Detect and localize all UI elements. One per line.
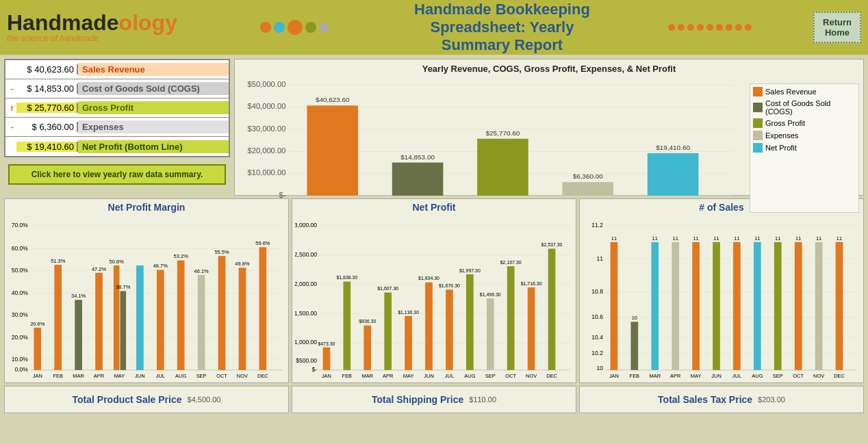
svg-rect-166 [836,242,843,370]
svg-text:11: 11 [816,235,821,241]
main-content: $ 40,623.60 Sales Revenue - $ 14,853.00 … [0,55,868,444]
summary-row-net: $ 19,410.60 Net Profit (Bottom Line) [5,137,229,156]
svg-text:$936.30: $936.30 [359,319,376,324]
svg-text:11: 11 [596,255,603,262]
svg-text:APR: APR [383,373,394,379]
svg-rect-95 [405,316,412,370]
svg-text:FEB: FEB [630,373,640,379]
svg-rect-163 [815,242,823,370]
return-home-button[interactable]: ReturnHome [813,12,861,43]
dot-sm-8 [735,24,742,31]
header-dots-right [606,24,813,31]
svg-text:$1,834.30: $1,834.30 [418,276,439,280]
logo-text: Handmadeology [7,12,177,34]
svg-rect-58 [198,275,205,370]
view-raw-data-button[interactable]: Click here to view yearly raw data summa… [8,164,226,185]
svg-text:$500.00: $500.00 [296,357,317,364]
svg-rect-151 [733,242,741,370]
svg-text:51.3%: 51.3% [51,258,66,264]
svg-text:11: 11 [611,235,617,241]
dot-sm-7 [726,24,732,31]
svg-rect-39 [75,300,82,370]
total-product-title: Total Product Sale Price [73,394,182,405]
charts-row: Net Profit Margin 70.0% 60.0% 50.0% 40.0… [4,198,864,383]
svg-text:DEC: DEC [834,373,845,379]
dot-sm-9 [745,24,752,31]
svg-rect-64 [239,267,246,370]
total-tax-title-card: Total Sales Tax Price $203.00 [579,386,864,413]
bar-gross [477,139,528,196]
svg-text:NOV: NOV [813,373,824,379]
svg-text:50.0%: 50.0% [12,267,29,274]
op-exp: - [5,122,16,132]
svg-text:11: 11 [713,235,719,241]
svg-text:JAN: JAN [609,373,619,379]
svg-text:$2,000.00: $2,000.00 [295,280,317,287]
op-cogs: - [5,83,16,94]
svg-text:MAY: MAY [114,373,125,379]
legend-box-cogs [753,103,763,112]
svg-rect-50 [136,265,144,370]
dot-orange-lg [288,20,303,35]
svg-rect-133 [611,242,618,370]
bottom-titles-row: Total Product Sale Price $4,500.00 Total… [4,386,864,413]
op-gross: r [5,103,16,113]
svg-rect-83 [323,348,331,370]
top-section: $ 40,623.60 Sales Revenue - $ 14,853.00 … [4,59,864,196]
svg-text:$2,167.30: $2,167.30 [500,260,522,265]
svg-text:AUG: AUG [175,373,186,379]
svg-text:JUL: JUL [732,373,741,379]
svg-text:SEP: SEP [485,373,496,379]
svg-text:JUN: JUN [135,373,145,379]
label-exp: Expenses [78,120,229,133]
logo-handmade: Handmade [7,10,119,35]
svg-rect-139 [651,242,659,370]
legend-box-gross [753,118,763,128]
svg-rect-154 [754,242,761,370]
svg-text:11: 11 [795,235,801,241]
dot-sm-4 [697,24,704,31]
svg-text:48.7%: 48.7% [153,263,168,269]
svg-text:10.2: 10.2 [591,350,603,356]
svg-rect-104 [466,274,474,370]
bar-revenue [307,105,358,196]
svg-rect-116 [548,248,556,369]
svg-text:49.8%: 49.8% [235,261,250,267]
legend-box-revenue [753,87,763,96]
page-title: Handmade Bookkeeping Spreadsheet: Yearly… [398,1,606,54]
svg-text:DEC: DEC [546,373,557,379]
svg-text:11.2: 11.2 [591,222,603,229]
svg-text:MAR: MAR [361,373,373,379]
svg-text:10: 10 [632,315,637,321]
legend-netprofit: Net Profit [753,143,856,153]
summary-panel: $ 40,623.60 Sales Revenue - $ 14,853.00 … [4,59,230,196]
svg-text:$10,000.00: $10,000.00 [247,168,285,177]
legend-gross: Gross Profit [753,118,856,128]
svg-rect-107 [487,298,494,370]
svg-text:11: 11 [673,235,678,241]
svg-rect-148 [713,242,720,370]
svg-rect-36 [54,265,62,370]
dot-sm-6 [716,24,723,31]
svg-rect-67 [259,247,267,369]
legend-box-netprofit [753,143,763,153]
svg-text:JUN: JUN [711,373,722,379]
svg-text:0.0%: 0.0% [14,366,28,373]
svg-rect-113 [528,287,535,370]
svg-text:$1,496.30: $1,496.30 [480,292,501,297]
total-shipping-title: Total Shipping Price [372,394,463,405]
dot-blue-1 [274,22,285,33]
summary-row-exp: - $ 6,360.00 Expenses [5,118,229,137]
svg-text:$2,537.30: $2,537.30 [541,242,563,247]
svg-rect-110 [507,266,515,370]
total-shipping-y-start: $110.00 [469,395,496,404]
svg-text:MAR: MAR [649,373,661,379]
total-product-title-card: Total Product Sale Price $4,500.00 [4,386,289,413]
svg-rect-61 [218,256,226,370]
svg-text:$30,000.00: $30,000.00 [247,125,285,133]
svg-rect-136 [631,322,639,370]
num-sales-card: # of Sales 11.2 11 10.8 10.6 10.4 10.2 1… [579,198,864,383]
label-cogs: Cost of Goods Sold (COGS) [78,82,229,95]
logo-area: Handmadeology the science of handmade [7,12,177,43]
svg-rect-160 [795,242,802,370]
